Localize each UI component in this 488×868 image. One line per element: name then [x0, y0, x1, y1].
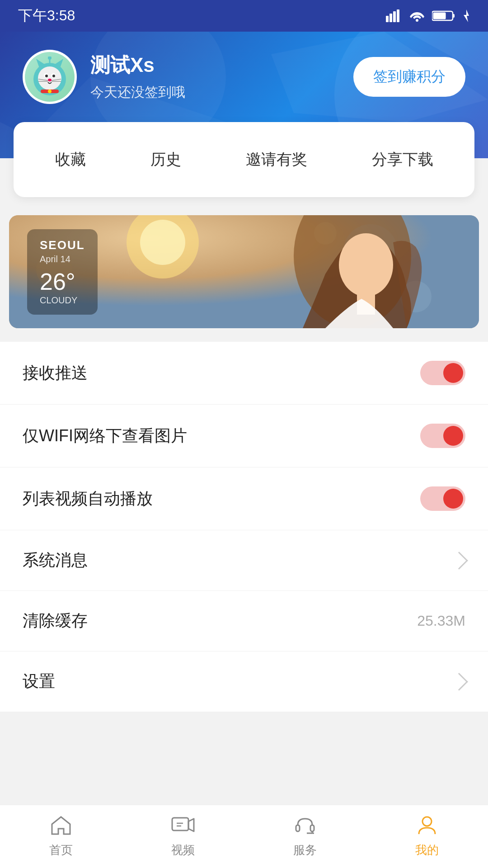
settings-label-settings: 设置: [23, 670, 55, 693]
nav-label-service: 服务: [293, 842, 317, 858]
status-time: 下午3:58: [18, 6, 75, 26]
settings-item-system-msg[interactable]: 系统消息: [0, 530, 488, 591]
settings-item-auto-play: 列表视频自动播放: [0, 467, 488, 530]
service-icon: [294, 815, 316, 839]
svg-rect-3: [397, 9, 399, 22]
cache-size: 25.33M: [417, 613, 465, 629]
svg-rect-43: [296, 825, 300, 831]
quick-nav-invite[interactable]: 邀请有奖: [232, 145, 321, 175]
nav-item-home[interactable]: 首页: [36, 811, 86, 863]
svg-marker-40: [188, 819, 194, 831]
svg-rect-39: [172, 818, 188, 830]
profile-row: 测试Xs 今天还没签到哦 签到赚积分: [23, 50, 465, 104]
svg-rect-2: [393, 11, 396, 22]
quick-nav-share[interactable]: 分享下载: [358, 145, 447, 175]
nav-label-video: 视频: [171, 842, 195, 858]
settings-item-clear-cache[interactable]: 清除缓存 25.33M: [0, 591, 488, 651]
banner-date: April 14: [40, 254, 85, 264]
chevron-settings: [450, 673, 468, 691]
svg-point-17: [52, 75, 55, 77]
mine-icon: [417, 815, 437, 839]
quick-nav-invite-label: 邀请有奖: [246, 149, 307, 170]
svg-rect-6: [453, 14, 455, 18]
nav-item-video[interactable]: 视频: [158, 811, 208, 863]
quick-nav-favorites[interactable]: 收藏: [42, 145, 99, 175]
svg-point-18: [48, 79, 52, 81]
quick-nav-history-label: 历史: [150, 149, 181, 170]
toggle-push[interactable]: [420, 361, 465, 385]
svg-point-24: [48, 90, 52, 93]
settings-label-auto-play: 列表视频自动播放: [23, 488, 153, 510]
toggle-knob-wifi-images: [443, 426, 463, 446]
settings-right-push: [420, 361, 465, 385]
quick-nav-share-label: 分享下载: [372, 149, 433, 170]
settings-list: 接收推送 仅WIFI网络下查看图片 列表视频自动播放 系统消息: [0, 342, 488, 712]
settings-right-wifi-images: [420, 424, 465, 448]
settings-label-clear-cache: 清除缓存: [23, 610, 88, 632]
settings-label-push: 接收推送: [23, 362, 88, 384]
settings-item-wifi-images: 仅WIFI网络下查看图片: [0, 405, 488, 467]
banner: SEOUL April 14 26° CLOUDY: [9, 215, 479, 328]
svg-point-16: [45, 75, 48, 77]
home-icon: [50, 815, 72, 839]
profile-name: 测试Xs: [90, 52, 185, 79]
banner-weather: SEOUL April 14 26° CLOUDY: [27, 229, 98, 315]
settings-right-system-msg: [448, 554, 465, 567]
svg-point-13: [38, 66, 61, 90]
toggle-knob-push: [443, 363, 463, 383]
quick-nav-history[interactable]: 历史: [137, 145, 195, 175]
toggle-knob-auto-play: [443, 489, 463, 509]
quick-nav-card: 收藏 历史 邀请有奖 分享下载: [14, 122, 474, 197]
svg-point-4: [416, 19, 418, 22]
svg-rect-1: [389, 14, 392, 22]
svg-point-47: [422, 817, 432, 826]
status-icons: [386, 9, 470, 22]
toggle-auto-play[interactable]: [420, 486, 465, 511]
banner-inner: SEOUL April 14 26° CLOUDY: [9, 215, 479, 328]
banner-city: SEOUL: [40, 238, 85, 252]
svg-rect-44: [310, 825, 314, 831]
status-bar: 下午3:58: [0, 0, 488, 32]
nav-item-service[interactable]: 服务: [280, 811, 330, 863]
avatar[interactable]: [23, 50, 77, 104]
bottom-nav: 首页 视频 服务: [0, 805, 488, 868]
settings-right-settings: [448, 675, 465, 688]
banner-temp: 26°: [40, 268, 85, 295]
avatar-image: [25, 52, 75, 102]
settings-label-system-msg: 系统消息: [23, 549, 88, 571]
settings-label-wifi-images: 仅WIFI网络下查看图片: [23, 425, 187, 447]
profile-left: 测试Xs 今天还没签到哦: [23, 50, 185, 104]
settings-right-auto-play: [420, 486, 465, 511]
svg-rect-7: [433, 13, 446, 19]
banner-condition: CLOUDY: [40, 295, 85, 306]
profile-subtext: 今天还没签到哦: [90, 83, 185, 102]
svg-rect-0: [386, 16, 389, 22]
settings-right-clear-cache: 25.33M: [417, 613, 465, 629]
toggle-wifi-images[interactable]: [420, 424, 465, 448]
svg-point-26: [48, 57, 52, 60]
settings-item-push: 接收推送: [0, 342, 488, 405]
nav-label-home: 首页: [49, 842, 73, 858]
video-icon: [171, 815, 195, 839]
nav-label-mine: 我的: [415, 842, 439, 858]
nav-item-mine[interactable]: 我的: [402, 811, 452, 863]
profile-info: 测试Xs 今天还没签到哦: [90, 52, 185, 102]
settings-item-settings[interactable]: 设置: [0, 651, 488, 712]
chevron-system-msg: [450, 552, 468, 570]
checkin-button[interactable]: 签到赚积分: [353, 57, 465, 97]
quick-nav-favorites-label: 收藏: [55, 149, 86, 170]
svg-marker-8: [407, 32, 488, 77]
